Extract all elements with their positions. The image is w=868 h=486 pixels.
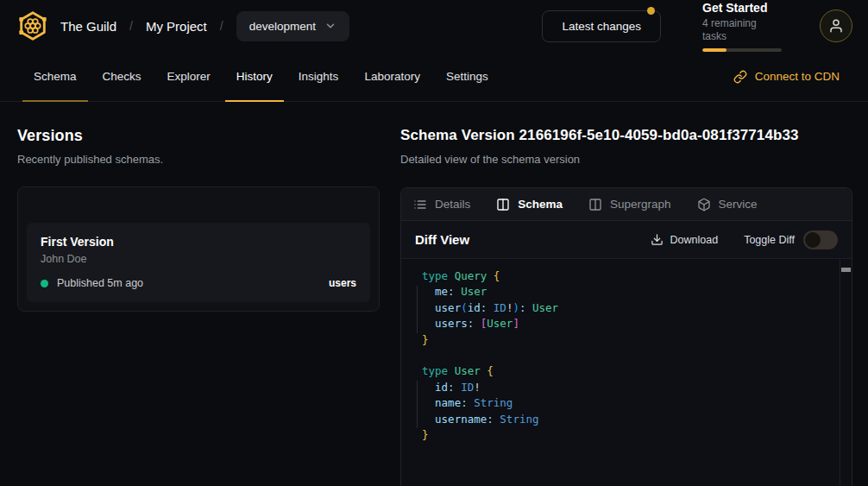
user-icon	[828, 18, 844, 34]
get-started-progressbar	[702, 48, 782, 52]
tab-underline	[91, 100, 153, 102]
scrollbar-track	[840, 259, 840, 486]
version-list-item[interactable]: First Version John Doe Published 5m ago …	[27, 223, 370, 302]
breadcrumb-project[interactable]: My Project	[146, 19, 207, 34]
tab-underline	[287, 100, 350, 102]
environment-selector-value: development	[249, 20, 316, 33]
versions-panel: Versions Recently published schemas. Fir…	[17, 126, 380, 486]
download-label: Download	[670, 234, 719, 246]
detail-tabstrip: Details Schema Supergraph	[401, 188, 852, 221]
schema-version-subtitle: Detailed view of the schema version	[400, 152, 852, 167]
versions-title: Versions	[17, 126, 380, 145]
download-button[interactable]: Download	[651, 233, 719, 246]
link-icon	[733, 70, 747, 84]
versions-subtitle: Recently published schemas.	[17, 152, 380, 167]
code-line: me: User	[422, 284, 834, 300]
detail-tab-supergraph[interactable]: Supergraph	[588, 198, 671, 211]
nav-tab-laboratory[interactable]: Laboratory	[353, 52, 431, 101]
toggle-knob	[805, 232, 821, 248]
breadcrumb-org[interactable]: The Guild	[60, 19, 116, 34]
toggle-diff-label: Toggle Diff	[744, 234, 795, 246]
breadcrumb-separator: /	[220, 19, 223, 33]
code-line: type Query {	[422, 268, 834, 284]
tab-underline	[156, 100, 222, 102]
hive-logo[interactable]	[16, 9, 50, 43]
nav-tab-checks[interactable]: Checks	[91, 52, 153, 101]
nav-tab-insights[interactable]: Insights	[287, 52, 350, 101]
indent-guide	[417, 381, 418, 428]
get-started-progress-fill	[702, 48, 726, 52]
nav-tab-settings[interactable]: Settings	[435, 52, 500, 101]
connect-to-cdn-link[interactable]: Connect to CDN	[733, 52, 852, 101]
diff-actions: Download Toggle Diff	[651, 230, 838, 249]
code-line: }	[422, 427, 834, 443]
schema-version-title: Schema Version 2166196f-5e10-4059-bd0a-0…	[400, 126, 852, 145]
code-line	[422, 348, 834, 363]
get-started-title: Get Started	[702, 1, 782, 16]
schema-detail-card: Details Schema Supergraph	[400, 187, 852, 486]
version-status: Published 5m ago	[57, 277, 329, 289]
latest-changes-button[interactable]: Latest changes	[542, 10, 661, 42]
get-started-subtitle: 4 remaining tasks	[702, 17, 782, 43]
code-line: username: String	[422, 412, 834, 427]
nav-tab-history[interactable]: History	[225, 52, 284, 101]
columns-icon	[588, 198, 602, 211]
code-line: id: ID!	[422, 380, 834, 395]
diff-view-title: Diff View	[415, 232, 469, 247]
schema-version-panel: Schema Version 2166196f-5e10-4059-bd0a-0…	[400, 126, 852, 486]
detail-tab-service[interactable]: Service	[697, 198, 758, 211]
code-line: type User {	[422, 363, 834, 379]
environment-selector[interactable]: development	[236, 11, 349, 41]
version-author: John Doe	[41, 252, 356, 266]
user-avatar[interactable]	[820, 9, 852, 42]
detail-tab-schema[interactable]: Schema	[496, 198, 563, 211]
version-name: First Version	[41, 234, 356, 249]
tab-underline	[22, 100, 88, 102]
versions-list: First Version John Doe Published 5m ago …	[17, 186, 380, 312]
code-line: users: [User]	[422, 316, 834, 331]
version-service-badge: users	[329, 277, 356, 289]
breadcrumb-separator: /	[129, 19, 133, 33]
header: The Guild / My Project / development Lat…	[0, 0, 868, 52]
toggle-diff-switch[interactable]	[803, 230, 838, 249]
indent-guide	[417, 286, 418, 333]
tab-underline	[435, 100, 500, 102]
published-status-dot	[41, 280, 48, 287]
connect-to-cdn-label: Connect to CDN	[755, 70, 840, 83]
nav-tab-explorer[interactable]: Explorer	[156, 52, 222, 101]
version-meta-row: Published 5m ago users	[41, 277, 356, 289]
tab-underline	[225, 100, 284, 102]
tab-underline	[353, 100, 431, 102]
main-content: Versions Recently published schemas. Fir…	[0, 102, 868, 486]
breadcrumb: The Guild / My Project / development	[60, 11, 349, 41]
columns-icon	[496, 198, 510, 211]
chevron-down-icon	[324, 20, 337, 32]
target-nav: Schema Checks Explorer History Insights …	[0, 52, 868, 102]
detail-tab-details[interactable]: Details	[413, 198, 470, 211]
code-line: user(id: ID!): User	[422, 300, 834, 316]
list-icon	[413, 198, 427, 211]
notification-dot	[647, 7, 655, 15]
graphql-sdl-code: type Query { me: User user(id: ID!): Use…	[422, 268, 834, 443]
scrollbar-thumb[interactable]	[841, 268, 851, 272]
code-line: name: String	[422, 395, 834, 411]
diff-view-toolbar: Diff View Download Toggle Diff	[401, 221, 852, 259]
schema-code-viewer: type Query { me: User user(id: ID!): Use…	[401, 259, 852, 486]
box-icon	[697, 198, 711, 211]
get-started-widget[interactable]: Get Started 4 remaining tasks	[702, 1, 782, 52]
nav-tab-schema[interactable]: Schema	[22, 52, 88, 101]
download-icon	[651, 233, 664, 246]
honeycomb-logo-icon	[16, 9, 49, 42]
code-line: }	[422, 332, 834, 348]
